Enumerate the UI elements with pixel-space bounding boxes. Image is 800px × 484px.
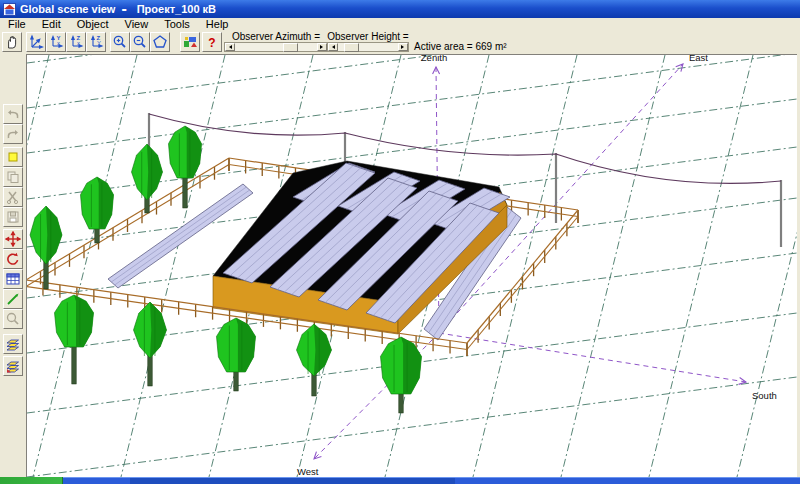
scene-viewport[interactable]: Zenith East South West (26, 54, 797, 478)
height-slider-thumb[interactable] (344, 43, 359, 52)
window-title-separator: - (121, 0, 126, 18)
toolbar: Y x Z x Z Y (0, 31, 800, 54)
active-area-label: Active area = 669 m² (414, 41, 534, 52)
view-side-zy-icon: Z Y (88, 34, 104, 50)
undo-button[interactable] (3, 104, 23, 124)
delete-object-button[interactable] (3, 187, 23, 207)
view-top-button[interactable]: Y x (46, 32, 66, 52)
save-object-icon (5, 209, 21, 225)
realistic-view-icon (182, 34, 198, 50)
menu-edit[interactable]: Edit (34, 18, 69, 31)
copy-object-icon (5, 169, 21, 185)
right-arrow-icon (401, 45, 406, 49)
right-arrow-icon (320, 45, 325, 49)
redo-button[interactable] (3, 124, 23, 144)
pan-hand-icon (4, 34, 20, 50)
taskbar (0, 477, 800, 484)
view-side-button[interactable]: Z Y (86, 32, 106, 52)
taskbar-app-button[interactable] (130, 478, 455, 484)
menu-help[interactable]: Help (198, 18, 237, 31)
observer-azimuth-slider[interactable] (224, 42, 328, 52)
save-object-button[interactable] (3, 207, 23, 227)
height-slider-right-arrow[interactable] (398, 43, 408, 51)
view-front-xz-icon: Z x (68, 34, 84, 50)
rotate-object-icon (5, 251, 21, 267)
help-button[interactable]: ? (202, 32, 222, 52)
start-button[interactable] (0, 477, 63, 484)
height-slider-left-arrow[interactable] (328, 43, 338, 51)
svg-text:x: x (57, 40, 60, 46)
view-3d-axes-button[interactable] (26, 32, 46, 52)
new-object-icon (5, 149, 21, 165)
copy-object-button[interactable] (3, 167, 23, 187)
menu-tools[interactable]: Tools (156, 18, 198, 31)
south-label: South (752, 390, 777, 401)
shed-array-icon (5, 336, 21, 352)
shed-array-shadow-button[interactable] (3, 356, 23, 376)
measure-icon (5, 291, 21, 307)
window-title-app: Global scene view (20, 3, 115, 15)
zoom-in-icon (112, 34, 128, 50)
zoom-select-button[interactable] (3, 309, 23, 329)
left-arrow-icon (330, 45, 335, 49)
west-label: West (297, 466, 319, 477)
shed-array-button[interactable] (3, 334, 23, 354)
app-icon (3, 3, 16, 16)
menu-bar: File Edit Object View Tools Help (0, 18, 800, 31)
zoom-window-icon (152, 34, 168, 50)
move-object-button[interactable] (3, 229, 23, 249)
title-bar: Global scene view - Проект_100 кВ (0, 0, 800, 18)
scene-3d-canvas[interactable]: Zenith East South West (27, 55, 797, 478)
zoom-out-button[interactable] (130, 32, 150, 52)
rotate-object-button[interactable] (3, 249, 23, 269)
left-arrow-icon (227, 45, 232, 49)
move-object-icon (5, 231, 21, 247)
global-scene-view-window: Global scene view - Проект_100 кВ File E… (0, 0, 800, 484)
svg-text:x: x (77, 40, 80, 46)
view-3d-axes-icon (28, 34, 44, 50)
zoom-in-button[interactable] (110, 32, 130, 52)
shed-array-shadow-icon (5, 358, 21, 374)
view-front-button[interactable]: Z x (66, 32, 86, 52)
menu-object[interactable]: Object (69, 18, 117, 31)
help-icon: ? (204, 34, 220, 50)
delete-object-icon (5, 189, 21, 205)
azimuth-slider-left-arrow[interactable] (225, 43, 235, 51)
zoom-select-icon (5, 311, 21, 327)
menu-view[interactable]: View (117, 18, 157, 31)
redo-icon (5, 126, 21, 142)
zoom-window-button[interactable] (150, 32, 170, 52)
azimuth-slider-thumb[interactable] (283, 43, 298, 52)
azimuth-slider-right-arrow[interactable] (317, 43, 327, 51)
measure-button[interactable] (3, 289, 23, 309)
zoom-out-icon (132, 34, 148, 50)
zenith-label: Zenith (421, 55, 447, 63)
svg-text:Y: Y (97, 40, 101, 46)
object-table-button[interactable] (3, 269, 23, 289)
object-tool-column (0, 54, 26, 477)
pan-button[interactable] (2, 32, 22, 52)
menu-file[interactable]: File (0, 18, 34, 31)
view-top-xy-icon: Y x (48, 34, 64, 50)
object-table-icon (5, 271, 21, 287)
svg-text:?: ? (208, 36, 215, 50)
observer-height-slider[interactable] (327, 42, 409, 52)
undo-icon (5, 106, 21, 122)
window-title-document: Проект_100 кВ (137, 3, 216, 15)
new-object-button[interactable] (3, 147, 23, 167)
east-label: East (689, 55, 708, 63)
realistic-view-button[interactable] (180, 32, 200, 52)
